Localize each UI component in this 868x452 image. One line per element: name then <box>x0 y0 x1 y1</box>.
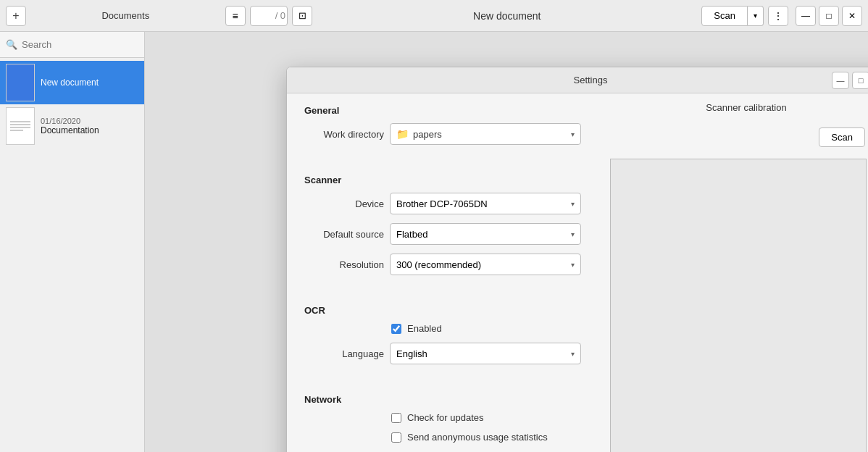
default-source-value: Flatbed <box>396 229 427 240</box>
resolution-label: Resolution <box>304 259 384 270</box>
maximize-button[interactable]: □ <box>819 6 839 26</box>
ocr-enabled-checkbox[interactable] <box>391 324 401 334</box>
resolution-select[interactable]: 300 (recommended) ▾ <box>390 254 581 275</box>
dialog-title: Settings <box>574 75 608 85</box>
general-section-header: General <box>304 105 581 116</box>
work-directory-row: Work directory 📁 papers ▾ <box>304 123 581 145</box>
dialog-body: General Work directory 📁 papers ▾ Scanne… <box>287 93 868 452</box>
doc-item-new[interactable]: New document <box>0 61 144 104</box>
resolution-dropdown-arrow: ▾ <box>571 261 575 269</box>
default-source-label: Default source <box>304 229 384 240</box>
dialog-titlebar: Settings — □ ✕ <box>287 67 868 93</box>
document-title: New document <box>317 10 697 22</box>
page-nav: / 0 <box>250 6 288 26</box>
main-area: Settings — □ ✕ General Work directory <box>145 32 868 452</box>
page-input[interactable] <box>251 10 274 21</box>
check-updates-row: Check for updates <box>391 412 581 423</box>
sidebar: 🔍 New document <box>0 32 145 452</box>
fit-page-button[interactable]: ⊡ <box>292 6 312 26</box>
work-directory-select[interactable]: 📁 papers ▾ <box>390 123 581 145</box>
doc-date-documentation: 01/16/2020 <box>41 117 99 125</box>
work-directory-label: Work directory <box>304 129 384 140</box>
menu-button[interactable]: ≡ <box>225 6 246 26</box>
ocr-enabled-row: Enabled <box>391 323 581 334</box>
check-updates-checkbox[interactable] <box>391 413 401 423</box>
default-source-dropdown-arrow: ▾ <box>571 230 575 238</box>
page-total: / 0 <box>274 10 287 21</box>
scanner-section-header: Scanner <box>304 175 581 185</box>
work-directory-dropdown-arrow: ▾ <box>571 130 575 138</box>
calibration-panel: Scanner calibration Scan <box>598 93 868 452</box>
device-row: Device Brother DCP-7065DN ▾ <box>304 193 581 214</box>
check-updates-label[interactable]: Check for updates <box>407 412 484 423</box>
document-list: New document 01/16/2020 Doc <box>0 58 144 452</box>
search-input[interactable] <box>22 39 143 50</box>
add-document-button[interactable]: + <box>6 6 26 26</box>
title-bar: + Documents ≡ / 0 ⊡ New document Scan ▾ … <box>0 0 868 32</box>
content-area: 🔍 New document <box>0 32 868 452</box>
calibration-scan-button[interactable]: Scan <box>819 127 865 147</box>
anon-stats-row: Send anonymous usage statistics <box>391 432 581 443</box>
doc-name-new: New document <box>41 78 99 88</box>
device-label: Device <box>304 198 384 209</box>
default-source-select[interactable]: Flatbed ▾ <box>390 223 581 245</box>
doc-thumbnail-documentation <box>6 107 35 145</box>
doc-info-new: New document <box>41 78 99 88</box>
doc-item-documentation[interactable]: 01/16/2020 Documentation <box>0 104 144 148</box>
resolution-row: Resolution 300 (recommended) ▾ <box>304 254 581 275</box>
dialog-window-controls: — □ ✕ <box>832 72 868 89</box>
default-source-row: Default source Flatbed ▾ <box>304 223 581 245</box>
work-directory-value: papers <box>413 129 567 140</box>
search-icon: 🔍 <box>6 39 17 50</box>
ocr-section-header: OCR <box>304 305 581 316</box>
scan-button[interactable]: Scan <box>701 6 748 26</box>
doc-info-documentation: 01/16/2020 Documentation <box>41 117 99 135</box>
language-select[interactable]: English ▾ <box>390 343 581 364</box>
language-row: Language English ▾ <box>304 343 581 364</box>
language-label: Language <box>304 348 384 359</box>
device-select[interactable]: Brother DCP-7065DN ▾ <box>390 193 581 214</box>
calibration-header: Scanner calibration <box>610 102 868 113</box>
minimize-button[interactable]: — <box>796 6 816 26</box>
dialog-maximize-button[interactable]: □ <box>852 72 868 89</box>
dialog-minimize-button[interactable]: — <box>832 72 849 89</box>
close-button[interactable]: ✕ <box>842 6 862 26</box>
search-bar: 🔍 <box>0 32 144 58</box>
device-value: Brother DCP-7065DN <box>396 198 488 209</box>
app-window: + Documents ≡ / 0 ⊡ New document Scan ▾ … <box>0 0 868 452</box>
settings-dialog: Settings — □ ✕ General Work directory <box>286 67 868 452</box>
settings-panel: General Work directory 📁 papers ▾ Scanne… <box>287 93 598 452</box>
calibration-area <box>610 159 868 452</box>
scan-dropdown-button[interactable]: ▾ <box>748 6 764 26</box>
more-options-button[interactable]: ⋮ <box>768 6 788 26</box>
app-title: Documents <box>30 10 221 21</box>
network-section-header: Network <box>304 394 581 405</box>
folder-icon: 📁 <box>396 128 409 140</box>
doc-name-documentation: Documentation <box>41 125 99 135</box>
language-dropdown-arrow: ▾ <box>571 350 575 358</box>
resolution-value: 300 (recommended) <box>396 259 481 270</box>
anon-stats-checkbox[interactable] <box>391 432 401 443</box>
doc-thumbnail-new <box>6 64 35 101</box>
language-value: English <box>396 348 427 359</box>
anon-stats-label[interactable]: Send anonymous usage statistics <box>407 432 548 443</box>
scan-button-group: Scan ▾ <box>701 6 764 26</box>
device-dropdown-arrow: ▾ <box>571 200 575 208</box>
window-controls: — □ ✕ <box>796 6 862 26</box>
ocr-enabled-label[interactable]: Enabled <box>407 323 442 334</box>
calibration-preview <box>610 159 867 452</box>
